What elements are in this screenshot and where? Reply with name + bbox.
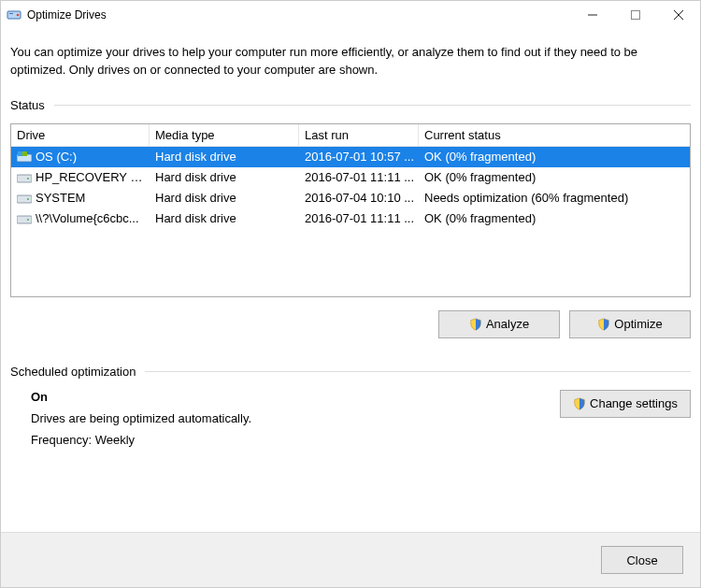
status-section-header: Status	[10, 98, 691, 112]
change-settings-button[interactable]: Change settings	[560, 390, 691, 418]
svg-rect-12	[17, 195, 32, 203]
action-buttons-row: Analyze Optimize	[10, 310, 691, 338]
cell-media: Hard disk drive	[150, 170, 299, 184]
scheduled-section: Scheduled optimization On Drives are bei…	[10, 365, 691, 447]
scheduled-text2: Frequency: Weekly	[31, 433, 560, 447]
svg-point-2	[17, 14, 20, 17]
col-run[interactable]: Last run	[299, 124, 419, 147]
optimize-button[interactable]: Optimize	[569, 310, 691, 338]
footer: Close	[1, 532, 700, 587]
cell-media: Hard disk drive	[150, 211, 299, 225]
optimize-label: Optimize	[614, 317, 662, 331]
cell-media: Hard disk drive	[150, 150, 299, 164]
svg-rect-10	[17, 175, 32, 182]
table-row[interactable]: SYSTEMHard disk drive2016-07-04 10:10 ..…	[11, 188, 690, 208]
cell-status: OK (0% fragmented)	[419, 170, 690, 184]
col-drive[interactable]: Drive	[11, 124, 150, 147]
table-row[interactable]: HP_RECOVERY (D:)Hard disk drive2016-07-0…	[11, 167, 690, 188]
svg-rect-8	[18, 151, 22, 156]
col-media[interactable]: Media type	[150, 124, 299, 147]
svg-rect-9	[22, 151, 27, 156]
change-settings-label: Change settings	[590, 396, 678, 410]
minimize-button[interactable]	[571, 1, 614, 29]
scheduled-label: Scheduled optimization	[10, 365, 145, 379]
window-controls	[571, 1, 700, 29]
window-title: Optimize Drives	[27, 8, 571, 22]
table-row[interactable]: \\?\Volume{c6cbc...Hard disk drive2016-0…	[11, 208, 690, 229]
analyze-label: Analyze	[486, 317, 529, 331]
cell-drive: HP_RECOVERY (D:)	[11, 170, 150, 184]
table-row[interactable]: OS (C:)Hard disk drive2016-07-01 10:57 .…	[11, 147, 690, 167]
app-icon	[7, 7, 21, 22]
shield-icon	[597, 318, 610, 331]
svg-rect-14	[17, 216, 32, 223]
cell-run: 2016-07-01 11:11 ...	[299, 170, 419, 184]
optimize-drives-window: Optimize Drives You can optimize your dr…	[0, 0, 701, 588]
cell-drive: OS (C:)	[11, 150, 150, 164]
cell-drive: \\?\Volume{c6cbc...	[11, 211, 150, 225]
scheduled-info: On Drives are being optimized automatica…	[31, 390, 560, 447]
cell-run: 2016-07-01 10:57 ...	[299, 150, 419, 164]
shield-icon	[469, 318, 482, 331]
cell-status: Needs optimization (60% fragmented)	[419, 191, 690, 205]
col-status[interactable]: Current status	[419, 124, 690, 147]
drives-list[interactable]: Drive Media type Last run Current status…	[10, 123, 691, 297]
scheduled-on: On	[31, 390, 560, 404]
svg-rect-1	[9, 13, 13, 14]
content-area: You can optimize your drives to help you…	[1, 29, 700, 532]
svg-rect-4	[632, 11, 640, 20]
cell-status: OK (0% fragmented)	[419, 211, 690, 225]
cell-media: Hard disk drive	[150, 191, 299, 205]
titlebar: Optimize Drives	[1, 1, 700, 29]
cell-run: 2016-07-04 10:10 ...	[299, 191, 419, 205]
cell-drive: SYSTEM	[11, 191, 150, 205]
scheduled-section-header: Scheduled optimization	[10, 365, 691, 379]
close-label: Close	[626, 553, 657, 567]
svg-point-11	[27, 178, 29, 179]
description-text: You can optimize your drives to help you…	[10, 44, 691, 79]
shield-icon	[573, 397, 586, 410]
cell-run: 2016-07-01 11:11 ...	[299, 211, 419, 225]
cell-status: OK (0% fragmented)	[419, 150, 690, 164]
close-dialog-button[interactable]: Close	[601, 546, 683, 574]
close-button[interactable]	[657, 1, 700, 29]
svg-point-15	[27, 219, 29, 221]
maximize-button[interactable]	[614, 1, 657, 29]
analyze-button[interactable]: Analyze	[438, 310, 560, 338]
svg-point-13	[27, 198, 29, 200]
list-header: Drive Media type Last run Current status	[11, 124, 690, 147]
scheduled-text1: Drives are being optimized automatically…	[31, 411, 560, 425]
status-label: Status	[10, 98, 54, 112]
